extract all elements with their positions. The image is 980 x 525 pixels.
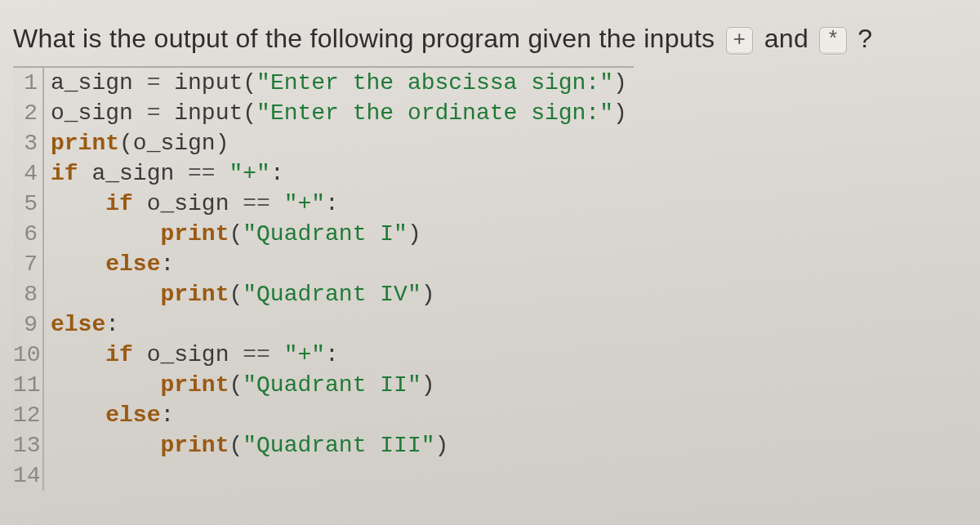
token-fn: input [174,100,243,126]
token-pun: : [270,161,284,186]
code-line: 9else: [13,309,634,340]
token-pun: : [325,191,339,216]
token-str: "+" [284,342,325,367]
page: What is the output of the following prog… [0,0,980,525]
token-name [51,372,160,398]
token-kw: print [160,221,229,247]
token-name [51,282,160,307]
code-text: else: [44,309,119,340]
token-name [216,161,229,186]
line-number: 4 [13,158,44,189]
code-text: print("Quadrant I") [44,219,421,249]
token-kw: print [51,131,119,156]
token-op: == [243,191,270,216]
code-line: 1a_sign = input("Enter the abscissa sign… [13,68,634,98]
token-str: "Quadrant I" [243,221,408,247]
token-pun: : [325,342,339,367]
token-kw: print [160,433,229,458]
line-number: 12 [13,400,44,430]
token-name [51,191,105,216]
code-line: 4if a_sign == "+": [13,158,634,189]
code-text: print(o_sign) [44,128,229,158]
token-name [51,403,105,428]
token-kw: if [105,191,146,216]
input-key-1: + [726,27,754,55]
code-text: if a_sign == "+": [44,158,284,189]
token-kw: print [160,282,229,307]
token-name [160,70,174,96]
token-pun: ) [421,372,435,398]
code-line: 6 print("Quadrant I") [13,219,634,249]
code-text: if o_sign == "+": [44,340,339,370]
token-name [51,433,160,458]
token-op: == [243,342,270,367]
token-pun: ) [408,221,421,247]
token-pun: ) [613,70,627,96]
token-pun: ( [229,221,243,247]
line-number: 5 [13,189,44,219]
q-mid: and [764,24,816,53]
code-text [44,460,51,491]
line-number: 3 [13,128,44,158]
token-op: = [147,100,161,126]
token-name [160,100,174,126]
code-line: 5 if o_sign == "+": [13,189,634,219]
code-text: print("Quadrant III") [44,430,448,460]
code-line: 2o_sign = input("Enter the ordinate sign… [13,98,634,128]
code-text: print("Quadrant II") [44,370,435,400]
code-line: 12 else: [13,400,634,430]
line-number: 6 [13,219,44,249]
line-number: 11 [13,370,44,400]
code-text: o_sign = input("Enter the ordinate sign:… [44,98,627,128]
token-pun: ) [216,131,229,156]
code-line: 11 print("Quadrant II") [13,370,634,400]
token-op: == [188,161,216,186]
code-line: 13 print("Quadrant III") [13,430,634,460]
q-suffix: ? [858,24,872,53]
code-line: 10 if o_sign == "+": [13,340,634,370]
token-str: "Quadrant IV" [243,282,421,307]
token-kw: if [51,161,91,186]
token-name: a_sign [51,70,147,96]
token-name [51,251,105,277]
token-pun: : [160,403,174,428]
line-number: 7 [13,249,44,279]
q-prefix: What is the output of the following prog… [13,24,723,53]
code-text: print("Quadrant IV") [44,279,435,309]
token-pun: : [160,251,174,277]
question-text: What is the output of the following prog… [13,21,967,56]
code-text: if o_sign == "+": [44,189,339,219]
line-number: 8 [13,279,44,309]
token-pun: ( [243,70,256,96]
input-key-2: * [819,27,847,55]
token-pun: ) [421,282,435,307]
token-str: "Enter the ordinate sign:" [256,100,613,126]
token-pun: ( [229,282,243,307]
line-number: 2 [13,98,44,128]
code-block: 1a_sign = input("Enter the abscissa sign… [13,66,634,491]
line-number: 14 [13,460,44,491]
code-text: else: [44,400,174,430]
token-pun: ) [613,100,627,126]
code-text: a_sign = input("Enter the abscissa sign:… [44,68,627,98]
token-name: o_sign [133,131,216,156]
token-fn: input [174,70,243,96]
code-line: 14 [13,460,634,491]
token-pun: ) [435,433,449,458]
token-pun: ( [243,100,256,126]
token-kw: else [105,403,160,428]
token-op: = [147,70,161,96]
token-name [270,342,284,367]
token-str: "+" [229,161,270,186]
code-line: 8 print("Quadrant IV") [13,279,634,309]
token-str: "Enter the abscissa sign:" [256,70,613,96]
token-name [51,342,105,367]
token-pun: : [105,312,119,337]
token-pun: ( [229,372,243,398]
token-str: "Quadrant III" [243,433,434,458]
line-number: 10 [13,340,44,370]
token-name: a_sign [91,161,188,186]
token-str: "Quadrant II" [243,372,421,398]
line-number: 9 [13,309,44,340]
token-name: o_sign [51,100,147,126]
